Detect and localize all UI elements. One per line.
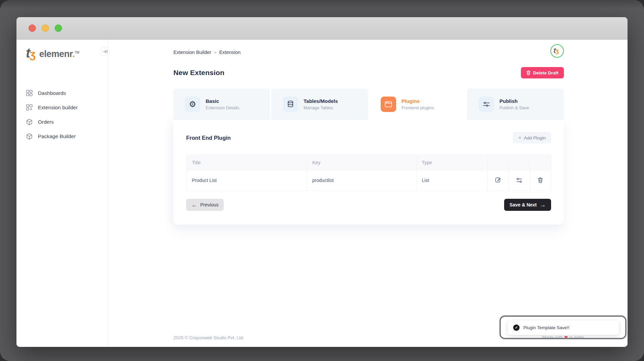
brand-wordmark: elemenr.TM: [39, 49, 79, 59]
footer-copyright: 2025 © Crayonweb Studio Pvt. Ltd.: [173, 335, 244, 340]
delete-plugin-button[interactable]: [530, 170, 551, 191]
step-subtitle: Manage Tables: [304, 105, 338, 110]
front-end-plugin-panel: Front End Plugin + Add Plugin Title Key: [173, 120, 564, 225]
sidebar: t ʒ elemenr.TM: [16, 40, 108, 347]
previous-label: Previous: [200, 202, 218, 207]
panel-header: Front End Plugin + Add Plugin: [186, 132, 551, 143]
toast-notification: ✓ Plugin Template Save!!: [508, 320, 619, 335]
page-title: New Extension: [173, 69, 224, 77]
wizard-steps: ⚙ Basic Extension Details: [173, 88, 564, 120]
step-basic[interactable]: ⚙ Basic Extension Details: [173, 88, 270, 120]
sidebar-item-dashboards[interactable]: Dashboards: [16, 86, 108, 100]
step-subtitle: Extension Details: [206, 105, 239, 110]
cell-key: productlist: [307, 170, 416, 191]
heart-icon: ❤: [564, 335, 568, 339]
logo-glyph-orange: ʒ: [555, 47, 559, 54]
browser-window-icon: [381, 97, 396, 112]
box-icon: [26, 133, 33, 140]
column-header-title: Title: [186, 155, 307, 170]
delete-draft-label: Delete Draft: [533, 70, 558, 75]
footer-made-with: Made with ❤ in India: [501, 335, 625, 339]
grid-plus-icon: [26, 104, 33, 111]
avatar-logo-icon: t ʒ: [553, 47, 561, 55]
edit-icon: [495, 177, 501, 183]
column-header-actions-3: [530, 155, 551, 170]
save-next-button[interactable]: Save & Next →: [504, 199, 551, 211]
column-header-actions-2: [508, 155, 530, 170]
brand-dot: .: [72, 49, 75, 59]
sidebar-item-orders[interactable]: Orders: [16, 115, 108, 129]
column-header-actions-1: [487, 155, 508, 170]
step-subtitle: Frontend plugins: [401, 105, 434, 110]
configure-plugin-button[interactable]: [508, 170, 530, 191]
trash-icon: [526, 70, 531, 75]
chevron-right-icon: >: [214, 50, 217, 55]
add-plugin-label: Add Plugin: [524, 135, 546, 140]
delete-draft-button[interactable]: Delete Draft: [521, 67, 564, 78]
step-publish[interactable]: Publish Publish & Save: [467, 88, 564, 120]
arrow-right-icon: →: [540, 202, 546, 208]
step-plugins[interactable]: Plugins Frontend plugins: [369, 88, 466, 120]
table-row: Product List productlist List: [186, 170, 551, 191]
column-header-type: Type: [416, 155, 487, 170]
step-title: Tables/Models: [304, 98, 338, 104]
breadcrumb-extension-builder[interactable]: Extension Builder: [173, 50, 211, 55]
main-area: Extension Builder > Extension t ʒ New Ex…: [108, 40, 628, 347]
cell-type: List: [416, 170, 487, 191]
breadcrumb: Extension Builder > Extension: [173, 40, 564, 55]
content-column: Extension Builder > Extension t ʒ New Ex…: [173, 40, 564, 225]
sidebar-nav: Dashboards Extension builder: [16, 86, 108, 143]
close-window-button[interactable]: [29, 24, 36, 32]
brand-tm: TM: [75, 51, 79, 54]
user-avatar[interactable]: t ʒ: [550, 44, 564, 58]
browser-window: t ʒ elemenr.TM: [16, 17, 628, 347]
app-root: t ʒ elemenr.TM: [16, 40, 628, 347]
step-tables-models[interactable]: Tables/Models Manage Tables: [271, 88, 368, 120]
plugins-table: Title Key Type Product Li: [186, 155, 551, 191]
traffic-lights: [29, 24, 62, 32]
sidebar-item-label: Orders: [38, 119, 54, 125]
step-subtitle: Publish & Save: [499, 105, 529, 110]
table-header-row: Title Key Type: [186, 155, 551, 170]
step-title: Plugins: [401, 98, 434, 104]
sidebar-item-label: Package Builder: [38, 133, 76, 139]
panel-actions: ← Previous Save & Next →: [186, 199, 551, 211]
database-icon: [283, 97, 298, 112]
window-titlebar: [16, 17, 628, 40]
delete-icon: [538, 177, 543, 183]
gear-icon: ⚙: [185, 97, 200, 112]
sidebar-item-package-builder[interactable]: Package Builder: [16, 129, 108, 143]
panel-title: Front End Plugin: [186, 135, 231, 141]
add-plugin-button[interactable]: + Add Plugin: [513, 132, 551, 143]
sidebar-item-label: Extension builder: [38, 105, 78, 111]
edit-plugin-button[interactable]: [487, 170, 508, 191]
brand-logo[interactable]: t ʒ elemenr.TM: [16, 48, 108, 62]
zoom-window-button[interactable]: [55, 24, 62, 32]
grid-icon: [26, 89, 33, 97]
configure-icon: [516, 177, 522, 183]
column-header-key: Key: [307, 155, 416, 170]
logo-glyph-orange: ʒ: [30, 48, 36, 61]
brand-logo-icon: t ʒ: [26, 48, 39, 62]
save-next-label: Save & Next: [509, 202, 537, 207]
sliders-icon: [479, 97, 494, 112]
sidebar-item-extension-builder[interactable]: Extension builder: [16, 100, 108, 115]
step-title: Basic: [206, 98, 239, 104]
breadcrumb-extension[interactable]: Extension: [219, 50, 240, 55]
check-circle-icon: ✓: [513, 324, 520, 331]
step-title: Publish: [499, 98, 529, 104]
device-frame: t ʒ elemenr.TM: [0, 0, 644, 361]
collapse-sidebar-icon: [103, 50, 108, 54]
minimize-window-button[interactable]: [42, 24, 49, 32]
previous-button[interactable]: ← Previous: [186, 199, 224, 211]
box-icon: [26, 118, 33, 125]
plus-icon: +: [518, 135, 521, 141]
page-header: New Extension Delete Draft: [173, 67, 564, 78]
arrow-left-icon: ←: [192, 202, 197, 208]
sidebar-item-label: Dashboards: [38, 90, 66, 96]
cell-title: Product List: [186, 170, 307, 191]
toast-message: Plugin Template Save!!: [523, 325, 570, 330]
toast-highlight-ring: ✓ Plugin Template Save!! Made with ❤ in …: [499, 315, 627, 339]
